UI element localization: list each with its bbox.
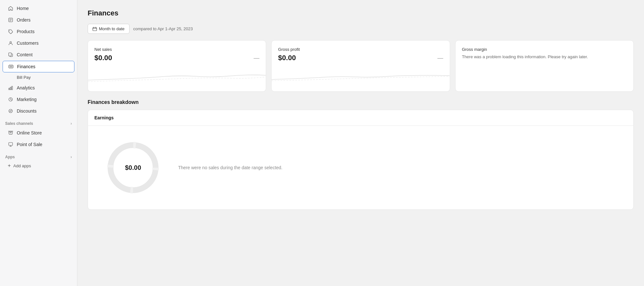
svg-rect-13 [9, 143, 13, 145]
sidebar-item-customers-label: Customers [17, 41, 39, 46]
earnings-body: $0.00 There were no sales during the dat… [88, 126, 633, 209]
sales-channels-label: Sales channels [5, 121, 33, 126]
svg-point-2 [10, 42, 12, 43]
svg-rect-4 [9, 65, 13, 68]
sidebar-item-online-store-label: Online Store [17, 130, 42, 135]
no-sales-message: There were no sales during the date rang… [178, 165, 283, 170]
sidebar-item-home[interactable]: Home [3, 3, 74, 14]
online-store-icon [8, 130, 14, 136]
home-icon [8, 5, 14, 11]
orders-icon [8, 17, 14, 23]
date-button-label: Month to date [99, 26, 125, 31]
svg-rect-7 [10, 87, 11, 90]
sales-channels-header[interactable]: Sales channels › [0, 118, 77, 127]
content-icon [8, 52, 14, 58]
discounts-icon [8, 108, 14, 114]
sidebar-item-pos-label: Point of Sale [17, 142, 42, 147]
svg-rect-8 [12, 86, 13, 90]
svg-rect-6 [9, 88, 10, 90]
svg-rect-5 [10, 66, 12, 67]
net-sales-value-row: $0.00 — [94, 54, 259, 62]
svg-point-1 [9, 31, 10, 31]
analytics-icon [8, 85, 14, 91]
apps-header[interactable]: Apps › [0, 152, 77, 161]
sidebar-item-content-label: Content [17, 52, 33, 57]
breakdown-title: Finances breakdown [88, 99, 634, 105]
person-icon [8, 40, 14, 46]
sales-channels-chevron: › [71, 121, 72, 126]
net-sales-card: Net sales $0.00 — [88, 40, 266, 92]
sidebar-sub-item-bill-pay[interactable]: Bill Pay [3, 73, 74, 82]
gross-margin-label: Gross margin [462, 47, 627, 52]
sidebar-item-finances-label: Finances [17, 64, 35, 69]
sidebar-item-online-store[interactable]: Online Store [3, 127, 74, 138]
sidebar-item-marketing[interactable]: Marketing [3, 94, 74, 105]
svg-point-12 [11, 111, 12, 112]
marketing-icon [8, 97, 14, 102]
earnings-header: Earnings [88, 110, 633, 126]
gross-profit-value: $0.00 [278, 54, 296, 62]
donut-chart: $0.00 [101, 135, 165, 200]
svg-rect-3 [9, 53, 11, 56]
sidebar-item-finances[interactable]: Finances [3, 61, 74, 72]
sidebar: Home Orders Products Customers [0, 0, 77, 286]
gross-profit-chart [272, 67, 449, 87]
earnings-card: Earnings $0.00 There wer [88, 110, 634, 210]
gross-profit-dash: — [437, 55, 443, 61]
donut-center-value: $0.00 [125, 164, 141, 171]
add-apps-button[interactable]: + Add apps [3, 161, 74, 171]
sidebar-item-discounts[interactable]: Discounts [3, 106, 74, 116]
apps-label: Apps [5, 155, 15, 159]
net-sales-chart [88, 67, 266, 87]
svg-rect-14 [93, 27, 97, 31]
date-range-button[interactable]: Month to date [88, 24, 130, 34]
page-title: Finances [88, 9, 634, 17]
sidebar-item-content[interactable]: Content [3, 49, 74, 60]
net-sales-value: $0.00 [94, 54, 112, 62]
tag-icon [8, 29, 14, 34]
compare-text: compared to Apr 1-Apr 25, 2023 [133, 26, 193, 31]
gross-profit-label: Gross profit [278, 47, 443, 52]
gross-margin-error: There was a problem loading this informa… [462, 54, 627, 67]
sidebar-item-analytics-label: Analytics [17, 85, 35, 90]
gross-margin-card: Gross margin There was a problem loading… [455, 40, 634, 92]
net-sales-label: Net sales [94, 47, 259, 52]
sidebar-item-analytics[interactable]: Analytics [3, 82, 74, 93]
gross-profit-value-row: $0.00 — [278, 54, 443, 62]
sidebar-item-orders[interactable]: Orders [3, 14, 74, 25]
sidebar-item-products-label: Products [17, 29, 34, 34]
sidebar-item-marketing-label: Marketing [17, 97, 36, 102]
sidebar-item-orders-label: Orders [17, 17, 31, 23]
svg-point-11 [10, 110, 10, 111]
sidebar-item-discounts-label: Discounts [17, 108, 36, 114]
add-apps-label: Add apps [13, 163, 31, 168]
sidebar-sub-item-bill-pay-label: Bill Pay [17, 75, 31, 80]
net-sales-dash: — [254, 55, 259, 61]
finances-breakdown-section: Finances breakdown Earnings $0.00 [88, 99, 634, 210]
sidebar-item-products[interactable]: Products [3, 26, 74, 37]
sidebar-item-point-of-sale[interactable]: Point of Sale [3, 139, 74, 150]
sidebar-item-home-label: Home [17, 6, 29, 11]
main-content: Finances Month to date compared to Apr 1… [77, 0, 644, 286]
add-apps-plus: + [8, 163, 11, 169]
metric-cards: Net sales $0.00 — Gross profit $0.00 — [88, 40, 634, 92]
pos-icon [8, 142, 14, 147]
finances-icon [8, 64, 14, 69]
sidebar-item-customers[interactable]: Customers [3, 38, 74, 49]
apps-chevron: › [71, 155, 72, 159]
gross-profit-card: Gross profit $0.00 — [271, 40, 450, 92]
calendar-icon [92, 27, 97, 31]
filter-bar: Month to date compared to Apr 1-Apr 25, … [88, 24, 634, 34]
